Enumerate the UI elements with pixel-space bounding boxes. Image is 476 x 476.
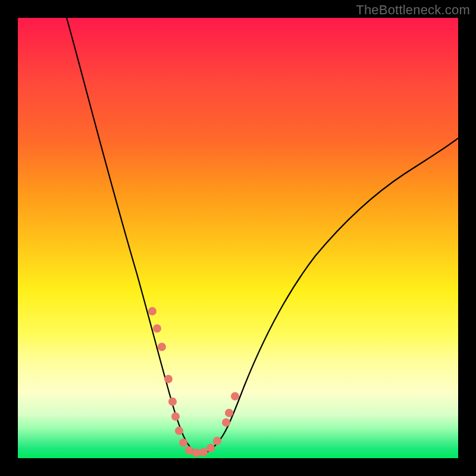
svg-point-15 (231, 392, 239, 400)
svg-point-8 (185, 446, 193, 455)
svg-point-4 (168, 397, 177, 406)
svg-point-7 (179, 439, 187, 447)
svg-point-11 (206, 444, 215, 452)
chart-plot-area (18, 18, 458, 458)
svg-point-9 (192, 449, 201, 457)
bottleneck-curve (67, 18, 458, 453)
svg-point-2 (158, 343, 166, 351)
chart-svg (18, 18, 458, 458)
optimal-range-markers (148, 307, 239, 457)
svg-point-14 (225, 409, 233, 417)
svg-point-0 (148, 307, 156, 315)
svg-point-10 (199, 448, 208, 456)
svg-point-1 (153, 324, 161, 333)
svg-point-6 (175, 427, 183, 435)
svg-point-3 (164, 375, 173, 383)
watermark-text: TheBottleneck.com (356, 2, 470, 18)
svg-point-12 (213, 437, 221, 445)
svg-point-5 (171, 412, 180, 421)
outer-frame: TheBottleneck.com (0, 0, 476, 476)
svg-point-13 (222, 418, 230, 427)
